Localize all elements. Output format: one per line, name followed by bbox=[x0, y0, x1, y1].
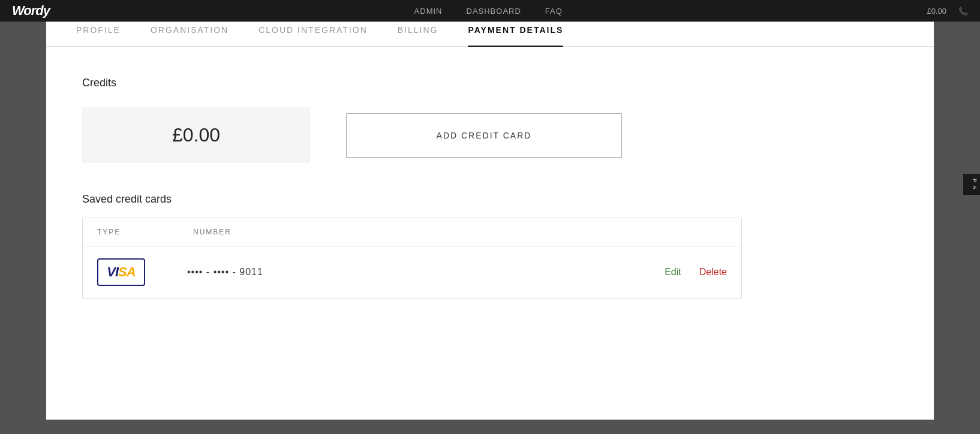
top-nav: ADMIN DASHBOARD FAQ bbox=[414, 7, 563, 16]
visa-logo: VISA bbox=[97, 258, 145, 286]
credits-row: £0.00 ADD CREDIT CARD bbox=[82, 107, 898, 163]
delete-card-button[interactable]: Delete bbox=[699, 267, 727, 278]
phone-icon[interactable]: 📞 bbox=[958, 7, 968, 16]
credits-amount: £0.00 bbox=[82, 107, 310, 163]
card-number: •••• - •••• - 9011 bbox=[187, 267, 647, 278]
nav-dashboard[interactable]: DASHBOARD bbox=[467, 7, 521, 16]
cards-table: TYPE NUMBER VISA •••• - •••• - 9011 Edit… bbox=[82, 218, 742, 299]
top-bar-right: £0.00 📞 bbox=[927, 7, 968, 16]
nav-admin[interactable]: ADMIN bbox=[414, 7, 443, 16]
table-row: VISA •••• - •••• - 9011 Edit Delete bbox=[83, 246, 741, 298]
logo[interactable]: Wordy bbox=[12, 3, 50, 19]
add-credit-card-button[interactable]: ADD CREDIT CARD bbox=[346, 113, 622, 158]
right-panel-hint: P A bbox=[963, 174, 980, 195]
credits-section-title: Credits bbox=[82, 77, 898, 89]
table-header: TYPE NUMBER bbox=[83, 218, 741, 246]
saved-cards-section-title: Saved credit cards bbox=[82, 193, 898, 206]
modal: PROFILE ORGANISATION CLOUD INTEGRATION B… bbox=[46, 12, 934, 420]
col-header-type: TYPE bbox=[97, 228, 157, 236]
visa-text: VISA bbox=[107, 264, 135, 280]
account-balance: £0.00 bbox=[927, 7, 946, 16]
nav-faq[interactable]: FAQ bbox=[545, 7, 563, 16]
col-header-number: NUMBER bbox=[193, 228, 727, 236]
edit-card-button[interactable]: Edit bbox=[665, 267, 681, 278]
card-actions: Edit Delete bbox=[665, 267, 727, 278]
modal-overlay: PROFILE ORGANISATION CLOUD INTEGRATION B… bbox=[0, 0, 980, 434]
top-bar: Wordy ADMIN DASHBOARD FAQ £0.00 📞 bbox=[0, 0, 980, 22]
page-content: Credits £0.00 ADD CREDIT CARD Saved cred… bbox=[46, 47, 934, 328]
